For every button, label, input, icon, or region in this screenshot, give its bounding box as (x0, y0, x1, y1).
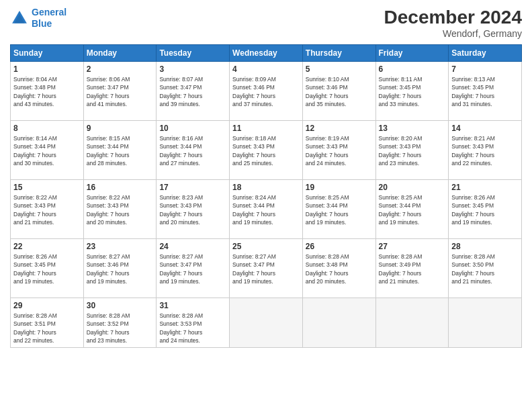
day-number: 2 (87, 64, 154, 74)
weekday-header-saturday: Saturday (449, 45, 522, 62)
calendar-cell: 23Sunrise: 8:27 AM Sunset: 3:46 PM Dayli… (83, 239, 157, 298)
day-info: Sunrise: 8:18 AM Sunset: 3:43 PM Dayligh… (232, 134, 300, 167)
day-info: Sunrise: 8:06 AM Sunset: 3:47 PM Dayligh… (87, 75, 154, 108)
day-info: Sunrise: 8:09 AM Sunset: 3:46 PM Dayligh… (232, 75, 300, 108)
calendar-week-3: 15Sunrise: 8:22 AM Sunset: 3:43 PM Dayli… (11, 180, 522, 239)
logo: General Blue (10, 7, 66, 30)
day-info: Sunrise: 8:27 AM Sunset: 3:47 PM Dayligh… (232, 253, 300, 285)
day-number: 1 (13, 64, 81, 74)
weekday-header-sunday: Sunday (11, 45, 84, 62)
day-info: Sunrise: 8:24 AM Sunset: 3:44 PM Dayligh… (232, 193, 300, 226)
logo-icon (10, 9, 29, 28)
day-info: Sunrise: 8:28 AM Sunset: 3:52 PM Dayligh… (87, 312, 154, 345)
day-info: Sunrise: 8:11 AM Sunset: 3:45 PM Dayligh… (379, 75, 446, 108)
weekday-header-tuesday: Tuesday (157, 45, 230, 62)
day-info: Sunrise: 8:25 AM Sunset: 3:44 PM Dayligh… (306, 193, 373, 226)
logo-line2: Blue (32, 18, 52, 29)
calendar-cell (230, 298, 303, 348)
calendar-cell: 25Sunrise: 8:27 AM Sunset: 3:47 PM Dayli… (230, 239, 303, 298)
day-info: Sunrise: 8:27 AM Sunset: 3:46 PM Dayligh… (87, 253, 154, 285)
calendar-cell: 18Sunrise: 8:24 AM Sunset: 3:44 PM Dayli… (230, 180, 303, 239)
weekday-header-monday: Monday (83, 45, 157, 62)
day-number: 9 (87, 124, 154, 133)
calendar-week-5: 29Sunrise: 8:28 AM Sunset: 3:51 PM Dayli… (11, 298, 522, 348)
calendar-cell: 8Sunrise: 8:14 AM Sunset: 3:44 PM Daylig… (11, 121, 84, 180)
day-number: 11 (232, 124, 300, 133)
day-number: 24 (159, 242, 226, 251)
calendar-cell: 5Sunrise: 8:10 AM Sunset: 3:46 PM Daylig… (302, 62, 375, 121)
day-info: Sunrise: 8:16 AM Sunset: 3:44 PM Dayligh… (159, 134, 226, 167)
day-info: Sunrise: 8:21 AM Sunset: 3:43 PM Dayligh… (451, 134, 519, 167)
month-title: December 2024 (384, 7, 522, 28)
day-info: Sunrise: 8:07 AM Sunset: 3:47 PM Dayligh… (159, 75, 226, 108)
day-number: 13 (379, 124, 446, 133)
calendar-cell: 10Sunrise: 8:16 AM Sunset: 3:44 PM Dayli… (157, 121, 230, 180)
calendar-cell: 3Sunrise: 8:07 AM Sunset: 3:47 PM Daylig… (157, 62, 230, 121)
calendar-cell: 20Sunrise: 8:25 AM Sunset: 3:44 PM Dayli… (375, 180, 449, 239)
calendar-cell: 4Sunrise: 8:09 AM Sunset: 3:46 PM Daylig… (230, 62, 303, 121)
calendar-cell: 9Sunrise: 8:15 AM Sunset: 3:44 PM Daylig… (83, 121, 157, 180)
calendar-cell: 19Sunrise: 8:25 AM Sunset: 3:44 PM Dayli… (302, 180, 375, 239)
day-number: 30 (87, 301, 154, 310)
calendar-cell: 15Sunrise: 8:22 AM Sunset: 3:43 PM Dayli… (11, 180, 84, 239)
day-number: 7 (451, 64, 519, 74)
day-info: Sunrise: 8:10 AM Sunset: 3:46 PM Dayligh… (306, 75, 373, 108)
calendar-page: General Blue December 2024 Wendorf, Germ… (0, 0, 532, 411)
day-info: Sunrise: 8:19 AM Sunset: 3:43 PM Dayligh… (306, 134, 373, 167)
day-info: Sunrise: 8:22 AM Sunset: 3:43 PM Dayligh… (13, 193, 81, 226)
day-number: 14 (451, 124, 519, 133)
day-number: 17 (159, 183, 226, 192)
day-info: Sunrise: 8:28 AM Sunset: 3:48 PM Dayligh… (306, 253, 373, 285)
day-info: Sunrise: 8:14 AM Sunset: 3:44 PM Dayligh… (13, 134, 81, 167)
day-number: 15 (13, 183, 81, 192)
calendar-table: SundayMondayTuesdayWednesdayThursdayFrid… (10, 44, 522, 348)
day-info: Sunrise: 8:26 AM Sunset: 3:45 PM Dayligh… (451, 193, 519, 226)
calendar-cell (449, 298, 522, 348)
logo-text: General Blue (32, 7, 66, 30)
calendar-cell: 31Sunrise: 8:28 AM Sunset: 3:53 PM Dayli… (157, 298, 230, 348)
weekday-header-thursday: Thursday (302, 45, 375, 62)
day-number: 19 (306, 183, 373, 192)
day-number: 5 (306, 64, 373, 74)
calendar-cell: 17Sunrise: 8:23 AM Sunset: 3:43 PM Dayli… (157, 180, 230, 239)
calendar-cell: 16Sunrise: 8:22 AM Sunset: 3:43 PM Dayli… (83, 180, 157, 239)
calendar-cell: 26Sunrise: 8:28 AM Sunset: 3:48 PM Dayli… (302, 239, 375, 298)
day-number: 23 (87, 242, 154, 251)
calendar-cell (302, 298, 375, 348)
day-info: Sunrise: 8:15 AM Sunset: 3:44 PM Dayligh… (87, 134, 154, 167)
day-info: Sunrise: 8:28 AM Sunset: 3:51 PM Dayligh… (13, 312, 81, 345)
calendar-cell: 12Sunrise: 8:19 AM Sunset: 3:43 PM Dayli… (302, 121, 375, 180)
logo-line1: General (32, 7, 66, 17)
calendar-week-4: 22Sunrise: 8:26 AM Sunset: 3:45 PM Dayli… (11, 239, 522, 298)
weekday-header-row: SundayMondayTuesdayWednesdayThursdayFrid… (11, 45, 522, 62)
calendar-cell: 6Sunrise: 8:11 AM Sunset: 3:45 PM Daylig… (375, 62, 449, 121)
calendar-cell: 2Sunrise: 8:06 AM Sunset: 3:47 PM Daylig… (83, 62, 157, 121)
day-info: Sunrise: 8:28 AM Sunset: 3:49 PM Dayligh… (379, 253, 446, 285)
calendar-cell: 30Sunrise: 8:28 AM Sunset: 3:52 PM Dayli… (83, 298, 157, 348)
day-number: 4 (232, 64, 300, 74)
calendar-cell: 28Sunrise: 8:28 AM Sunset: 3:50 PM Dayli… (449, 239, 522, 298)
location-subtitle: Wendorf, Germany (384, 28, 522, 39)
day-number: 27 (379, 242, 446, 251)
day-number: 16 (87, 183, 154, 192)
day-number: 8 (13, 124, 81, 133)
calendar-cell: 7Sunrise: 8:13 AM Sunset: 3:45 PM Daylig… (449, 62, 522, 121)
day-number: 25 (232, 242, 300, 251)
header: General Blue December 2024 Wendorf, Germ… (10, 7, 522, 39)
calendar-cell: 14Sunrise: 8:21 AM Sunset: 3:43 PM Dayli… (449, 121, 522, 180)
day-number: 22 (13, 242, 81, 251)
calendar-week-2: 8Sunrise: 8:14 AM Sunset: 3:44 PM Daylig… (11, 121, 522, 180)
day-info: Sunrise: 8:04 AM Sunset: 3:48 PM Dayligh… (13, 75, 81, 108)
day-number: 12 (306, 124, 373, 133)
day-number: 10 (159, 124, 226, 133)
day-info: Sunrise: 8:26 AM Sunset: 3:45 PM Dayligh… (13, 253, 81, 285)
day-info: Sunrise: 8:28 AM Sunset: 3:53 PM Dayligh… (159, 312, 226, 345)
calendar-cell: 21Sunrise: 8:26 AM Sunset: 3:45 PM Dayli… (449, 180, 522, 239)
day-info: Sunrise: 8:25 AM Sunset: 3:44 PM Dayligh… (379, 193, 446, 226)
calendar-cell: 27Sunrise: 8:28 AM Sunset: 3:49 PM Dayli… (375, 239, 449, 298)
calendar-cell: 13Sunrise: 8:20 AM Sunset: 3:43 PM Dayli… (375, 121, 449, 180)
day-info: Sunrise: 8:23 AM Sunset: 3:43 PM Dayligh… (159, 193, 226, 226)
weekday-header-wednesday: Wednesday (230, 45, 303, 62)
calendar-cell: 29Sunrise: 8:28 AM Sunset: 3:51 PM Dayli… (11, 298, 84, 348)
title-block: December 2024 Wendorf, Germany (384, 7, 522, 39)
